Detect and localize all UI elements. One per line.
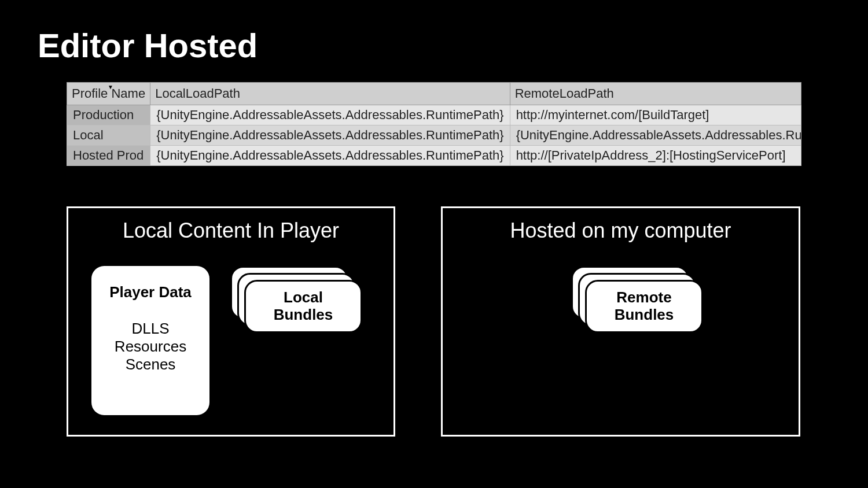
local-content-panel: Local Content In Player Player Data DLLS… xyxy=(67,206,395,437)
table-row[interactable]: Local {UnityEngine.AddressableAssets.Add… xyxy=(67,125,801,146)
cell-remote-path: http://[PrivateIpAddress_2]:[HostingServ… xyxy=(510,146,801,166)
profiles-table: ▼ Profile Name LocalLoadPath RemoteLoadP… xyxy=(67,82,801,166)
player-data-title: Player Data xyxy=(91,283,209,301)
cell-remote-path: {UnityEngine.AddressableAssets.Addressab… xyxy=(510,125,801,146)
cell-local-path: {UnityEngine.AddressableAssets.Addressab… xyxy=(150,146,510,166)
cell-profile-name: Hosted Prod xyxy=(67,146,150,166)
sort-indicator-icon: ▼ xyxy=(108,84,113,90)
page-title: Editor Hosted xyxy=(38,26,258,65)
player-data-lines: DLLS Resources Scenes xyxy=(91,320,209,374)
col-header-remote-path[interactable]: RemoteLoadPath xyxy=(510,83,801,105)
col-header-profile-name[interactable]: ▼ Profile Name xyxy=(67,83,150,105)
hosted-content-panel: Hosted on my computer Remote Bundles xyxy=(441,206,800,437)
hosted-panel-title: Hosted on my computer xyxy=(443,219,799,243)
cell-local-path: {UnityEngine.AddressableAssets.Addressab… xyxy=(150,125,510,146)
local-bundles-stack: Local Bundles xyxy=(230,266,348,333)
table-header-row: ▼ Profile Name LocalLoadPath RemoteLoadP… xyxy=(67,83,801,105)
cell-profile-name: Production xyxy=(67,105,150,125)
table-row[interactable]: Hosted Prod {UnityEngine.AddressableAsse… xyxy=(67,146,801,166)
local-panel-title: Local Content In Player xyxy=(68,219,393,243)
remote-bundles-card: Remote Bundles xyxy=(585,280,703,333)
remote-bundles-stack: Remote Bundles xyxy=(571,266,689,333)
local-bundles-card: Local Bundles xyxy=(244,280,362,333)
player-data-card: Player Data DLLS Resources Scenes xyxy=(91,266,209,415)
table-row[interactable]: Production {UnityEngine.AddressableAsset… xyxy=(67,105,801,125)
cell-remote-path: http://myinternet.com/[BuildTarget] xyxy=(510,105,801,125)
cell-local-path: {UnityEngine.AddressableAssets.Addressab… xyxy=(150,105,510,125)
col-header-local-path[interactable]: LocalLoadPath xyxy=(150,83,510,105)
cell-profile-name: Local xyxy=(67,125,150,146)
